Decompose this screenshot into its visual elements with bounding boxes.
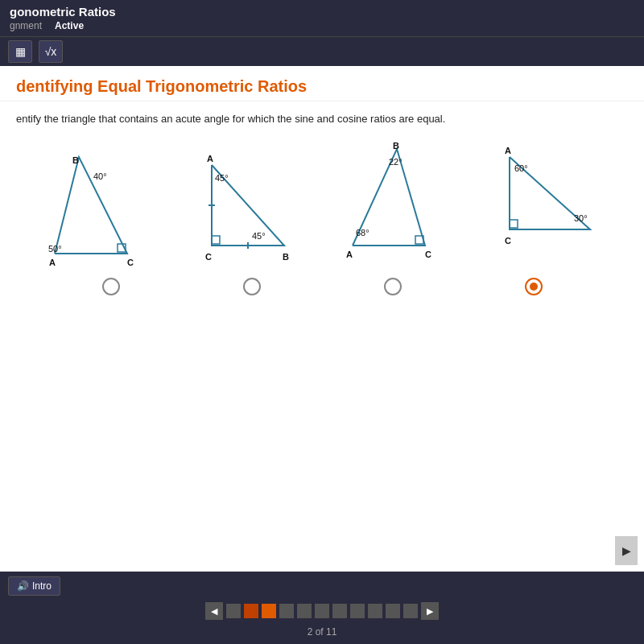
- calculator-icon: ▦: [15, 45, 26, 58]
- main-content: dentifying Equal Trigonometric Ratios en…: [0, 66, 644, 572]
- nav-active[interactable]: Active: [55, 20, 84, 31]
- radio-option-2[interactable]: [243, 278, 261, 295]
- page-sq-7[interactable]: [332, 604, 347, 618]
- svg-text:C: C: [505, 236, 511, 246]
- svg-text:45°: 45°: [215, 173, 229, 183]
- svg-text:68°: 68°: [356, 228, 369, 237]
- top-bar: gonometric Ratios gnment Active: [0, 0, 644, 36]
- page-sq-10[interactable]: [386, 604, 400, 618]
- svg-text:B: B: [283, 252, 289, 262]
- page-sq-5[interactable]: [297, 604, 312, 618]
- svg-text:40°: 40°: [93, 171, 107, 181]
- nav-controls: ◀ ▶: [8, 599, 636, 623]
- triangle-3: B 22° 68° A C: [345, 141, 441, 262]
- page-sq-6[interactable]: [315, 604, 329, 618]
- toolbar: ▦ √x: [0, 36, 644, 66]
- page-sq-3[interactable]: [262, 604, 276, 618]
- radio-option-3[interactable]: [384, 278, 402, 295]
- triangle-2: A 45° 45° C B: [196, 149, 292, 262]
- intro-label: Intro: [32, 580, 52, 592]
- svg-rect-6: [212, 236, 220, 244]
- triangle-4: A 60° 30° C: [493, 141, 598, 262]
- bottom-bar: 🔊 Intro ◀ ▶ 2 of 11: [0, 572, 644, 644]
- svg-rect-20: [510, 220, 518, 228]
- radio-option-1[interactable]: [102, 278, 120, 295]
- page-sq-1[interactable]: [226, 604, 241, 618]
- question-area: entify the triangle that contains an acu…: [0, 101, 644, 572]
- page-sq-4[interactable]: [279, 604, 294, 618]
- svg-text:45°: 45°: [252, 231, 266, 241]
- calculator-button[interactable]: ▦: [8, 40, 32, 63]
- formula-icon: √x: [45, 45, 57, 58]
- question-text: entify the triangle that contains an acu…: [16, 113, 628, 125]
- page-title: dentifying Equal Trigonometric Ratios: [16, 77, 628, 96]
- svg-text:C: C: [205, 252, 212, 262]
- page-indicator: 2 of 11: [8, 626, 636, 639]
- triangles-row: B 40° 50° A C: [16, 141, 628, 262]
- prev-page-button[interactable]: ◀: [205, 602, 223, 620]
- svg-text:60°: 60°: [514, 163, 528, 173]
- svg-text:22°: 22°: [389, 157, 402, 167]
- svg-text:A: A: [505, 146, 511, 155]
- svg-text:B: B: [72, 155, 79, 165]
- next-button[interactable]: ▶: [615, 536, 638, 565]
- svg-text:A: A: [346, 250, 353, 259]
- page-sq-8[interactable]: [350, 604, 365, 618]
- intro-button[interactable]: 🔊 Intro: [8, 576, 60, 596]
- triangle-1: B 40° 50° A C: [47, 149, 143, 262]
- svg-text:50°: 50°: [48, 244, 62, 254]
- svg-text:A: A: [49, 258, 56, 267]
- app-title: gonometric Ratios: [10, 5, 634, 19]
- page-sq-11[interactable]: [403, 604, 418, 618]
- content-header: dentifying Equal Trigonometric Ratios: [0, 66, 644, 101]
- page-sq-9[interactable]: [368, 604, 382, 618]
- svg-text:A: A: [207, 154, 213, 163]
- formula-button[interactable]: √x: [39, 40, 63, 63]
- nav-assignment[interactable]: gnment: [10, 20, 42, 31]
- svg-text:C: C: [425, 250, 431, 259]
- svg-text:30°: 30°: [574, 213, 588, 223]
- radio-row: [16, 278, 628, 295]
- speaker-icon: 🔊: [17, 580, 29, 592]
- page-sq-2[interactable]: [244, 604, 258, 618]
- svg-text:C: C: [127, 258, 134, 267]
- radio-option-4[interactable]: [525, 278, 543, 295]
- svg-text:B: B: [393, 141, 399, 151]
- next-page-button[interactable]: ▶: [421, 602, 439, 620]
